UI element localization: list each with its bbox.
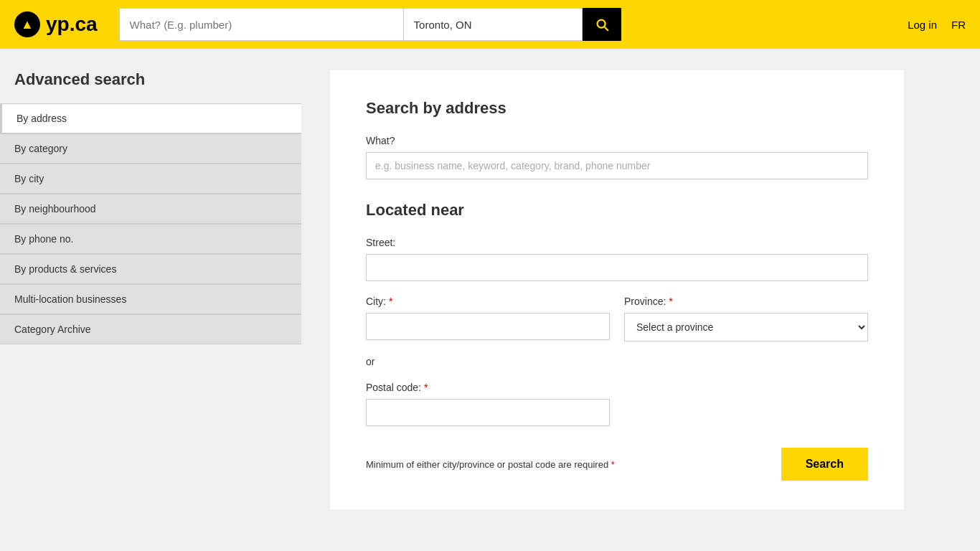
login-link[interactable]: Log in	[908, 19, 937, 31]
form-card: Search by address What? Located near Str…	[330, 70, 904, 509]
global-where-input[interactable]	[403, 8, 583, 41]
street-input[interactable]	[366, 254, 868, 281]
city-required-marker: *	[389, 296, 392, 307]
postal-required-marker: *	[424, 382, 428, 393]
sidebar-item-multi-location[interactable]: Multi-location businesses	[0, 284, 301, 314]
global-what-input[interactable]	[119, 8, 403, 41]
sidebar-item-by-phone[interactable]: By phone no.	[0, 224, 301, 254]
province-label: Province: *	[624, 296, 868, 307]
city-input[interactable]	[366, 313, 610, 340]
what-label: What?	[366, 135, 868, 146]
or-divider: or	[366, 356, 868, 367]
located-near-title: Located near	[366, 201, 868, 220]
form-title: Search by address	[366, 99, 868, 118]
sidebar-link-by-neighbourhood[interactable]: By neighbourhood	[0, 194, 301, 224]
header: ▲ yp.ca Log in FR	[0, 0, 980, 49]
sidebar-link-by-address[interactable]: By address	[0, 103, 301, 133]
footer-required-marker: *	[611, 459, 615, 470]
logo-icon: ▲	[14, 11, 40, 37]
sidebar: Advanced search By address By category B…	[0, 49, 301, 551]
postal-input[interactable]	[366, 399, 610, 426]
global-search-button[interactable]	[583, 8, 621, 41]
main-layout: Advanced search By address By category B…	[0, 49, 980, 551]
sidebar-link-category-archive[interactable]: Category Archive	[0, 314, 301, 344]
sidebar-item-by-city[interactable]: By city	[0, 164, 301, 194]
sidebar-item-by-neighbourhood[interactable]: By neighbourhood	[0, 194, 301, 224]
city-province-row: City: * Province: * Select a province Al…	[366, 296, 868, 342]
sidebar-nav: By address By category By city By neighb…	[0, 103, 301, 344]
sidebar-link-by-phone[interactable]: By phone no.	[0, 224, 301, 254]
city-label: City: *	[366, 296, 610, 307]
city-group: City: *	[366, 296, 610, 342]
what-group: What?	[366, 135, 868, 179]
form-footer-note: Minimum of either city/province or posta…	[366, 459, 615, 470]
form-footer: Minimum of either city/province or posta…	[366, 448, 868, 481]
sidebar-link-multi-location[interactable]: Multi-location businesses	[0, 284, 301, 314]
sidebar-link-by-city[interactable]: By city	[0, 164, 301, 194]
sidebar-item-by-products[interactable]: By products & services	[0, 254, 301, 284]
header-actions: Log in FR	[908, 19, 966, 31]
sidebar-item-category-archive[interactable]: Category Archive	[0, 314, 301, 344]
language-toggle[interactable]: FR	[951, 19, 966, 31]
sidebar-link-by-products[interactable]: By products & services	[0, 254, 301, 284]
sidebar-title: Advanced search	[0, 70, 301, 103]
province-required-marker: *	[669, 296, 672, 307]
province-group: Province: * Select a province Alberta Br…	[624, 296, 868, 342]
sidebar-link-by-category[interactable]: By category	[0, 133, 301, 164]
logo-text: yp.ca	[46, 13, 98, 36]
content-area: Search by address What? Located near Str…	[301, 49, 980, 551]
what-input[interactable]	[366, 152, 868, 179]
postal-label: Postal code: *	[366, 382, 868, 393]
postal-group: Postal code: *	[366, 382, 868, 426]
street-label: Street:	[366, 237, 868, 248]
sidebar-item-by-category[interactable]: By category	[0, 133, 301, 164]
logo-link[interactable]: ▲ yp.ca	[14, 11, 98, 37]
global-search-bar	[119, 8, 621, 41]
street-group: Street:	[366, 237, 868, 281]
search-icon	[594, 17, 610, 32]
sidebar-item-by-address[interactable]: By address	[0, 103, 301, 133]
province-select[interactable]: Select a province Alberta British Columb…	[624, 313, 868, 342]
search-submit-button[interactable]: Search	[781, 448, 868, 481]
